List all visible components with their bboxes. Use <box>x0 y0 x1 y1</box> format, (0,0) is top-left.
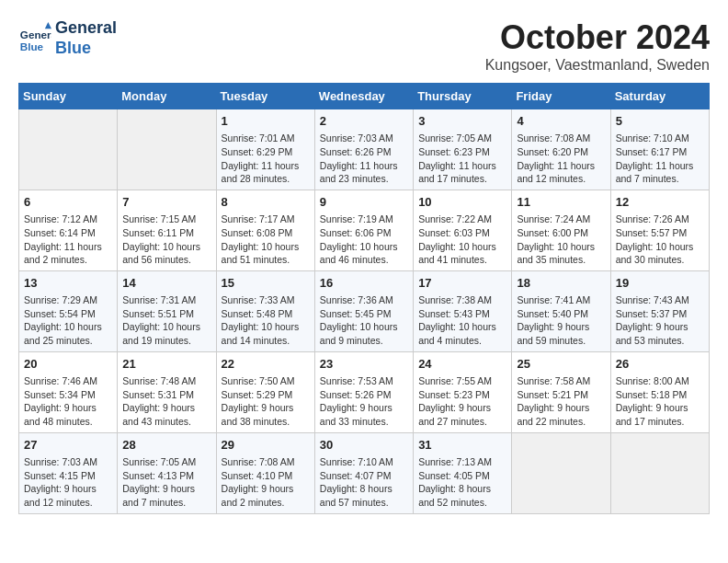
day-detail: Sunrise: 7:03 AMSunset: 6:26 PMDaylight:… <box>320 132 408 186</box>
calendar-cell <box>19 109 118 190</box>
calendar-cell: 21Sunrise: 7:48 AMSunset: 5:31 PMDayligh… <box>118 351 216 432</box>
calendar-week-4: 20Sunrise: 7:46 AMSunset: 5:34 PMDayligh… <box>19 351 710 432</box>
day-detail: Sunrise: 7:33 AMSunset: 5:48 PMDaylight:… <box>222 293 310 348</box>
day-number: 20 <box>24 356 112 373</box>
calendar-cell: 31Sunrise: 7:13 AMSunset: 4:05 PMDayligh… <box>414 432 512 513</box>
day-detail: Sunrise: 7:26 AMSunset: 5:57 PMDaylight:… <box>616 213 704 267</box>
day-number: 30 <box>320 437 408 454</box>
page-header: General Blue General Blue October 2024 K… <box>18 18 710 74</box>
day-detail: Sunrise: 7:19 AMSunset: 6:06 PMDaylight:… <box>320 213 408 267</box>
calendar-cell: 5Sunrise: 7:10 AMSunset: 6:17 PMDaylight… <box>610 109 709 190</box>
day-number: 7 <box>122 194 210 211</box>
logo-icon: General Blue <box>18 22 51 55</box>
day-detail: Sunrise: 8:00 AMSunset: 5:18 PMDaylight:… <box>616 374 704 429</box>
calendar-cell: 10Sunrise: 7:22 AMSunset: 6:03 PMDayligh… <box>414 190 512 270</box>
day-number: 4 <box>517 113 605 130</box>
day-detail: Sunrise: 7:31 AMSunset: 5:51 PMDaylight:… <box>122 293 210 348</box>
day-detail: Sunrise: 7:03 AMSunset: 4:15 PMDaylight:… <box>24 455 112 510</box>
header-saturday: Saturday <box>610 84 709 109</box>
header-monday: Monday <box>118 84 216 109</box>
day-number: 15 <box>222 275 310 292</box>
calendar-cell <box>118 109 216 190</box>
day-detail: Sunrise: 7:08 AMSunset: 4:10 PMDaylight:… <box>222 455 310 510</box>
day-detail: Sunrise: 7:43 AMSunset: 5:37 PMDaylight:… <box>616 293 704 348</box>
calendar-cell: 6Sunrise: 7:12 AMSunset: 6:14 PMDaylight… <box>19 190 118 270</box>
day-detail: Sunrise: 7:55 AMSunset: 5:23 PMDaylight:… <box>418 374 506 429</box>
header-tuesday: Tuesday <box>216 84 314 109</box>
calendar-table: SundayMondayTuesdayWednesdayThursdayFrid… <box>18 83 710 514</box>
calendar-week-2: 6Sunrise: 7:12 AMSunset: 6:14 PMDaylight… <box>19 190 710 270</box>
calendar-week-5: 27Sunrise: 7:03 AMSunset: 4:15 PMDayligh… <box>19 432 710 513</box>
day-detail: Sunrise: 7:22 AMSunset: 6:03 PMDaylight:… <box>418 213 506 267</box>
calendar-cell: 24Sunrise: 7:55 AMSunset: 5:23 PMDayligh… <box>414 351 512 432</box>
day-number: 24 <box>418 356 506 373</box>
day-number: 11 <box>517 194 605 211</box>
day-number: 9 <box>320 194 408 211</box>
day-detail: Sunrise: 7:58 AMSunset: 5:21 PMDaylight:… <box>517 374 605 429</box>
day-detail: Sunrise: 7:17 AMSunset: 6:08 PMDaylight:… <box>222 213 310 267</box>
day-number: 22 <box>222 356 310 373</box>
header-thursday: Thursday <box>414 84 512 109</box>
day-detail: Sunrise: 7:48 AMSunset: 5:31 PMDaylight:… <box>122 374 210 429</box>
calendar-cell: 28Sunrise: 7:05 AMSunset: 4:13 PMDayligh… <box>118 432 216 513</box>
day-number: 25 <box>517 356 605 373</box>
day-number: 26 <box>616 356 704 373</box>
subtitle: Kungsoer, Vaestmanland, Sweden <box>485 57 710 74</box>
svg-marker-2 <box>45 22 51 29</box>
header-wednesday: Wednesday <box>314 84 413 109</box>
day-number: 18 <box>517 275 605 292</box>
day-number: 29 <box>222 437 310 454</box>
day-detail: Sunrise: 7:05 AMSunset: 6:23 PMDaylight:… <box>418 132 506 186</box>
day-detail: Sunrise: 7:50 AMSunset: 5:29 PMDaylight:… <box>222 374 310 429</box>
day-number: 1 <box>222 113 310 130</box>
day-detail: Sunrise: 7:46 AMSunset: 5:34 PMDaylight:… <box>24 374 112 429</box>
calendar-cell: 27Sunrise: 7:03 AMSunset: 4:15 PMDayligh… <box>19 432 118 513</box>
day-number: 3 <box>418 113 506 130</box>
calendar-cell: 23Sunrise: 7:53 AMSunset: 5:26 PMDayligh… <box>314 351 413 432</box>
svg-text:Blue: Blue <box>20 40 44 52</box>
title-block: October 2024 Kungsoer, Vaestmanland, Swe… <box>485 18 710 74</box>
calendar-cell: 20Sunrise: 7:46 AMSunset: 5:34 PMDayligh… <box>19 351 118 432</box>
calendar-cell: 26Sunrise: 8:00 AMSunset: 5:18 PMDayligh… <box>610 351 709 432</box>
day-number: 13 <box>24 275 112 292</box>
day-number: 17 <box>418 275 506 292</box>
calendar-cell: 19Sunrise: 7:43 AMSunset: 5:37 PMDayligh… <box>610 270 709 351</box>
day-number: 10 <box>418 194 506 211</box>
logo: General Blue General Blue <box>18 18 117 58</box>
header-friday: Friday <box>512 84 610 109</box>
day-detail: Sunrise: 7:01 AMSunset: 6:29 PMDaylight:… <box>222 132 310 186</box>
day-number: 5 <box>616 113 704 130</box>
calendar-week-3: 13Sunrise: 7:29 AMSunset: 5:54 PMDayligh… <box>19 270 710 351</box>
calendar-cell: 25Sunrise: 7:58 AMSunset: 5:21 PMDayligh… <box>512 351 610 432</box>
calendar-header: SundayMondayTuesdayWednesdayThursdayFrid… <box>19 84 710 109</box>
calendar-cell: 13Sunrise: 7:29 AMSunset: 5:54 PMDayligh… <box>19 270 118 351</box>
day-number: 31 <box>418 437 506 454</box>
day-detail: Sunrise: 7:53 AMSunset: 5:26 PMDaylight:… <box>320 374 408 429</box>
calendar-cell: 30Sunrise: 7:10 AMSunset: 4:07 PMDayligh… <box>314 432 413 513</box>
calendar-body: 1Sunrise: 7:01 AMSunset: 6:29 PMDaylight… <box>19 109 710 514</box>
day-detail: Sunrise: 7:12 AMSunset: 6:14 PMDaylight:… <box>24 213 112 267</box>
day-detail: Sunrise: 7:10 AMSunset: 4:07 PMDaylight:… <box>320 455 408 510</box>
calendar-cell: 29Sunrise: 7:08 AMSunset: 4:10 PMDayligh… <box>216 432 314 513</box>
calendar-cell: 17Sunrise: 7:38 AMSunset: 5:43 PMDayligh… <box>414 270 512 351</box>
day-number: 16 <box>320 275 408 292</box>
calendar-cell: 22Sunrise: 7:50 AMSunset: 5:29 PMDayligh… <box>216 351 314 432</box>
day-detail: Sunrise: 7:13 AMSunset: 4:05 PMDaylight:… <box>418 455 506 510</box>
day-number: 12 <box>616 194 704 211</box>
day-number: 28 <box>122 437 210 454</box>
day-detail: Sunrise: 7:08 AMSunset: 6:20 PMDaylight:… <box>517 132 605 186</box>
day-number: 27 <box>24 437 112 454</box>
day-detail: Sunrise: 7:41 AMSunset: 5:40 PMDaylight:… <box>517 293 605 348</box>
day-number: 6 <box>24 194 112 211</box>
main-title: October 2024 <box>485 18 710 57</box>
calendar-cell: 2Sunrise: 7:03 AMSunset: 6:26 PMDaylight… <box>314 109 413 190</box>
calendar-cell: 8Sunrise: 7:17 AMSunset: 6:08 PMDaylight… <box>216 190 314 270</box>
calendar-cell: 4Sunrise: 7:08 AMSunset: 6:20 PMDaylight… <box>512 109 610 190</box>
logo-text-line1: General <box>55 18 117 39</box>
calendar-cell: 7Sunrise: 7:15 AMSunset: 6:11 PMDaylight… <box>118 190 216 270</box>
calendar-cell: 14Sunrise: 7:31 AMSunset: 5:51 PMDayligh… <box>118 270 216 351</box>
calendar-cell <box>610 432 709 513</box>
calendar-cell: 1Sunrise: 7:01 AMSunset: 6:29 PMDaylight… <box>216 109 314 190</box>
header-sunday: Sunday <box>19 84 118 109</box>
calendar-cell: 11Sunrise: 7:24 AMSunset: 6:00 PMDayligh… <box>512 190 610 270</box>
